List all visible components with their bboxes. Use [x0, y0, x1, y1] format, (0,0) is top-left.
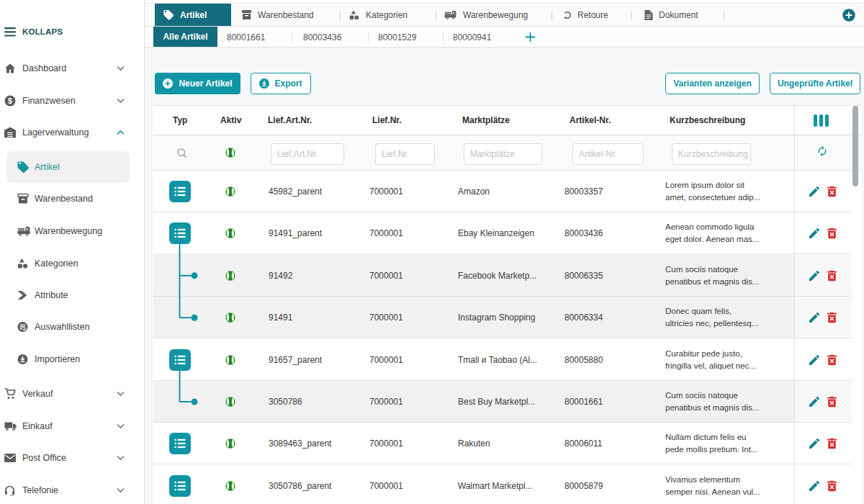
svg-text:$: $ [8, 96, 12, 105]
